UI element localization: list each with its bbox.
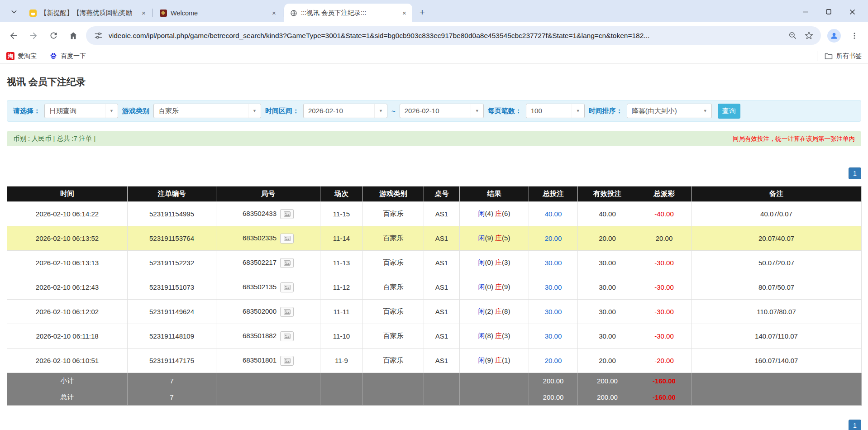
minimize-button[interactable] [802,9,808,15]
close-icon[interactable]: × [270,9,278,17]
cell-payout: -30.00 [637,251,692,275]
total-bet-link[interactable]: 20.00 [545,234,562,242]
maximize-button[interactable] [825,9,832,15]
total-bet-link[interactable]: 40.00 [545,210,562,218]
cell-empty [216,389,320,406]
home-button[interactable] [64,27,82,45]
replay-video-icon [284,211,291,217]
chevron-down-icon: ▼ [572,104,584,118]
cell-game-type: 百家乐 [363,349,424,373]
forward-button[interactable] [24,27,43,45]
browser-toolbar: videoie.com/ipl/portal.php/game/betrecor… [0,22,868,49]
replay-button[interactable] [280,209,294,219]
cell-count: 7 [128,373,216,389]
cell-session: 11-14 [320,226,363,251]
replay-button[interactable] [280,356,294,366]
date-to-value: 2026-02-10 [400,104,471,118]
page-1-button[interactable]: 1 [849,167,861,179]
total-bet-link[interactable]: 30.00 [545,283,562,291]
total-bet-link[interactable]: 30.00 [545,259,562,267]
address-bar[interactable]: videoie.com/ipl/portal.php/game/betrecor… [86,26,821,45]
cell-empty [363,373,424,389]
cell-total-bet: 200.00 [529,389,578,406]
chevron-down-icon: ▼ [699,104,711,118]
bookmark-taobao[interactable]: 淘 爱淘宝 [6,52,37,60]
settlement-notice-text: 同局有效投注，统一计算在该局第一张注单内 [733,135,855,143]
cell-empty [320,373,363,389]
tab-separator [153,9,153,17]
back-arrow-icon [9,31,19,41]
replay-button[interactable] [280,331,294,341]
cell-note: 110.07/80.07 [692,300,862,324]
replay-button[interactable] [280,234,294,244]
table-header-cell: 场次 [320,186,363,202]
browser-menu-button[interactable] [845,27,863,45]
tab-betrecord-active[interactable]: :::视讯 会员下注纪录::: × [284,4,412,22]
banker-result: 庄 [495,283,502,291]
cell-empty [692,373,862,389]
tab-title: Welcome [171,10,266,17]
total-bet-link[interactable]: 30.00 [545,308,562,315]
all-bookmarks-button[interactable]: 所有书签 [817,51,862,61]
cell-payout: 20.00 [637,226,692,251]
cell-bet-id: 523191148109 [128,324,216,349]
banker-result: 庄 [495,210,502,217]
total-bet-link[interactable]: 30.00 [545,332,562,340]
total-bet-link[interactable]: 20.00 [545,357,562,364]
cell-session: 11-13 [320,251,363,275]
sort-order-select[interactable]: 降冪(由大到小) ▼ [627,104,712,118]
cell-round: 683502335 [216,226,320,251]
refresh-button[interactable] [44,27,62,45]
table-header-cell: 桌号 [424,186,460,202]
bookmark-star-icon[interactable] [803,30,815,42]
replay-button[interactable] [280,282,294,292]
close-icon[interactable]: × [139,9,148,17]
cell-empty [460,389,529,406]
tab-welcome[interactable]: Welcome × [154,4,282,22]
tab-haiyan[interactable]: 【新提醒】【海燕优质回帖奖励 × [24,4,152,22]
game-type-select[interactable]: 百家乐 ▼ [153,104,261,118]
url-text[interactable]: videoie.com/ipl/portal.php/game/betrecor… [109,32,782,40]
replay-video-icon [284,285,291,290]
replay-video-icon [284,236,291,241]
page-1-button[interactable]: 1 [849,420,861,430]
page-size-select[interactable]: 100 ▼ [526,104,585,118]
tab-search-button[interactable] [7,5,21,19]
cell-empty [424,373,460,389]
date-to-select[interactable]: 2026-02-10 ▼ [400,104,484,118]
date-from-select[interactable]: 2026-02-10 ▼ [303,104,387,118]
search-button[interactable]: 查询 [718,104,740,119]
yellow-site-icon [29,9,37,17]
cell-total-bet: 30.00 [529,300,578,324]
cell-time: 2026-02-10 06:13:52 [7,226,128,251]
bookmark-baidu[interactable]: du 百度一下 [49,52,86,60]
cell-game-type: 百家乐 [363,324,424,349]
sort-order-label: 时间排序： [589,107,623,115]
replay-button[interactable] [280,307,294,317]
profile-avatar[interactable] [827,29,841,43]
select-type-label: 请选择： [13,107,40,115]
replay-button[interactable] [280,258,294,268]
cell-round: 683501801 [216,349,320,373]
cell-time: 2026-02-10 06:11:18 [7,324,128,349]
back-button[interactable] [5,27,23,45]
cell-session: 11-12 [320,275,363,300]
close-icon[interactable]: × [400,9,409,17]
tab-title: :::视讯 会员下注纪录::: [301,9,396,17]
round-number: 683502135 [243,282,277,290]
cell-round: 683502135 [216,275,320,300]
cell-note: 20.07/40.07 [692,226,862,251]
replay-video-icon [284,309,291,315]
cell-game-type: 百家乐 [363,251,424,275]
table-header-cell: 总派彩 [637,186,692,202]
site-settings-icon[interactable] [92,30,104,42]
zoom-level-icon[interactable] [787,30,798,42]
player-result: 闲 [478,283,485,291]
query-type-select[interactable]: 日期查询 ▼ [44,104,118,118]
new-tab-button[interactable]: + [416,6,429,19]
cell-empty [320,389,363,406]
cell-result: 闲(0) 庄(9) [460,275,529,300]
table-header-cell: 总投注 [529,186,578,202]
close-window-button[interactable] [849,9,855,15]
table-header-cell: 备注 [692,186,862,202]
